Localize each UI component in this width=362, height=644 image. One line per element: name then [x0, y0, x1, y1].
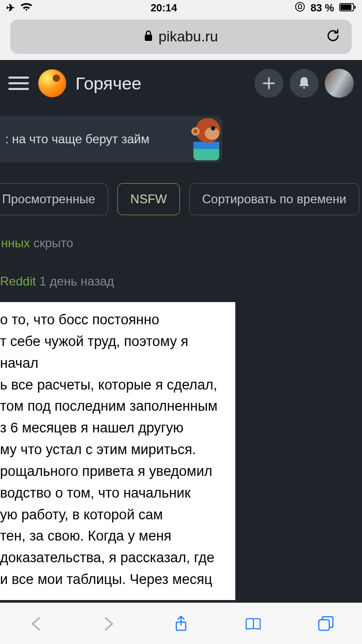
chip-nsfw[interactable]: NSFW: [117, 183, 180, 215]
safari-bottom-toolbar: [0, 603, 362, 644]
hidden-posts-line: нных скрыто: [0, 236, 362, 250]
tabs-button[interactable]: [313, 611, 338, 636]
battery-percent: 83 %: [310, 2, 334, 14]
svg-rect-2: [354, 6, 355, 9]
svg-rect-4: [145, 35, 152, 41]
url-domain: pikabu.ru: [158, 28, 218, 45]
lock-icon: [144, 30, 153, 44]
post-source: Reddit: [0, 274, 36, 288]
promo-banner[interactable]: : на что чаще берут займ: [0, 116, 222, 162]
bookmarks-button[interactable]: [241, 611, 266, 636]
safari-top-chrome: pikabu.ru: [0, 16, 362, 60]
post-image-text: о то, что босс постоянно т себе чужой тр…: [0, 302, 235, 600]
site-header: Горячее: [0, 60, 362, 107]
add-post-button[interactable]: [254, 69, 283, 98]
back-button[interactable]: [24, 611, 49, 636]
share-button[interactable]: [169, 611, 193, 636]
orientation-lock-icon: [295, 2, 305, 14]
wifi-icon: [20, 2, 33, 14]
ios-status-bar: ✈︎ 20:14 83 %: [0, 0, 362, 16]
site-content: Горячее : на что чаще берут займ: [0, 60, 362, 603]
status-time: 20:14: [150, 2, 177, 14]
svg-point-0: [296, 2, 305, 11]
svg-point-9: [211, 126, 215, 130]
chip-sort-by-time[interactable]: Сортировать по времени: [189, 183, 359, 215]
reload-icon[interactable]: [326, 27, 340, 47]
post-card[interactable]: Reddit 1 день назад о то, что босс посто…: [0, 274, 238, 600]
forward-button[interactable]: [96, 611, 121, 636]
url-bar[interactable]: pikabu.ru: [10, 20, 352, 54]
post-age: 1 день назад: [39, 274, 114, 288]
svg-rect-3: [341, 4, 352, 10]
post-meta: Reddit 1 день назад: [0, 274, 238, 289]
pikabu-logo[interactable]: [38, 69, 66, 97]
promo-text: : на что чаще берут займ: [5, 132, 149, 146]
svg-rect-6: [193, 142, 219, 149]
svg-point-11: [193, 129, 198, 133]
notifications-button[interactable]: [290, 69, 319, 98]
avatar[interactable]: [325, 69, 354, 98]
menu-button[interactable]: [8, 73, 29, 94]
page-title: Горячее: [76, 73, 245, 94]
battery-icon: [339, 2, 356, 14]
filter-chips: Просмотренные NSFW Сортировать по времен…: [0, 183, 362, 215]
airplane-mode-icon: ✈︎: [6, 2, 15, 14]
chip-viewed[interactable]: Просмотренные: [0, 183, 108, 215]
hidden-posts-rest: скрыто: [30, 236, 73, 250]
svg-rect-13: [319, 620, 329, 630]
monkey-icon: [187, 113, 228, 162]
hidden-posts-accent: нных: [1, 236, 30, 250]
